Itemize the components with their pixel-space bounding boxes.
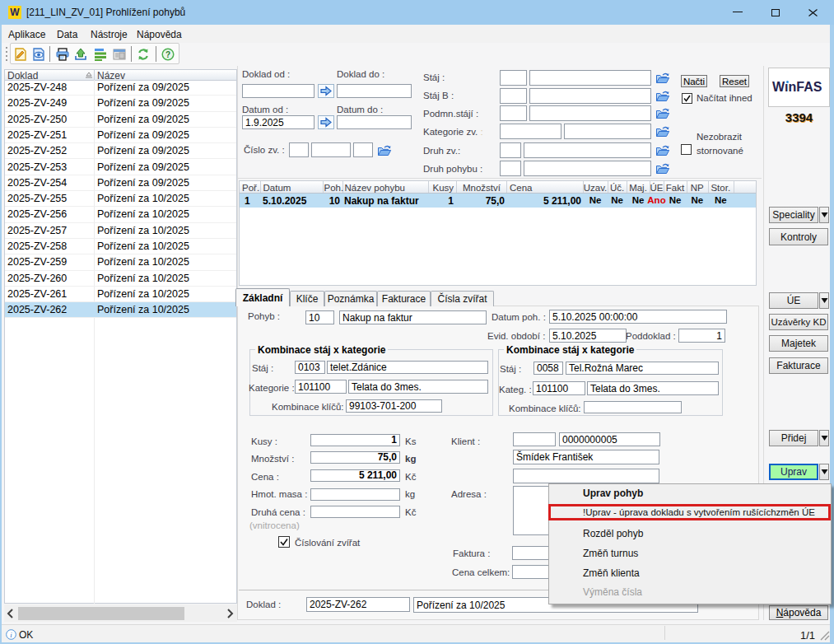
svg-text:?: ? bbox=[165, 50, 170, 59]
